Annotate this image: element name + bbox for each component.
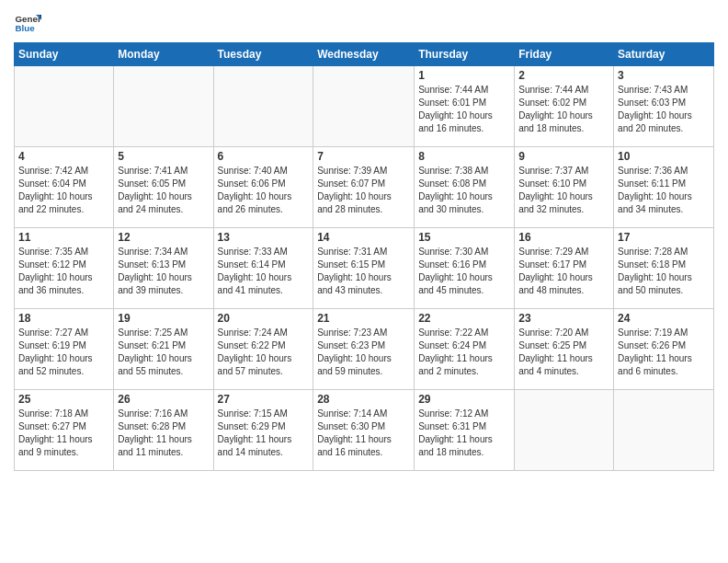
day-number: 3 bbox=[618, 69, 710, 82]
calendar-week-3: 11Sunrise: 7:35 AM Sunset: 6:12 PM Dayli… bbox=[15, 228, 714, 309]
day-info: Sunrise: 7:34 AM Sunset: 6:13 PM Dayligh… bbox=[118, 246, 209, 297]
day-number: 29 bbox=[418, 393, 510, 406]
calendar-cell: 29Sunrise: 7:12 AM Sunset: 6:31 PM Dayli… bbox=[415, 390, 515, 471]
calendar-cell: 3Sunrise: 7:43 AM Sunset: 6:03 PM Daylig… bbox=[614, 66, 714, 147]
weekday-header-saturday: Saturday bbox=[614, 43, 714, 66]
day-info: Sunrise: 7:16 AM Sunset: 6:28 PM Dayligh… bbox=[118, 408, 209, 459]
calendar-cell: 16Sunrise: 7:29 AM Sunset: 6:17 PM Dayli… bbox=[515, 228, 614, 309]
day-info: Sunrise: 7:28 AM Sunset: 6:18 PM Dayligh… bbox=[618, 246, 710, 297]
day-number: 22 bbox=[418, 312, 510, 325]
page-container: General Blue SundayMondayTuesdayWednesda… bbox=[0, 0, 728, 476]
day-info: Sunrise: 7:27 AM Sunset: 6:19 PM Dayligh… bbox=[18, 327, 109, 378]
day-info: Sunrise: 7:35 AM Sunset: 6:12 PM Dayligh… bbox=[18, 246, 109, 297]
calendar-cell: 10Sunrise: 7:36 AM Sunset: 6:11 PM Dayli… bbox=[614, 147, 714, 228]
calendar-cell: 11Sunrise: 7:35 AM Sunset: 6:12 PM Dayli… bbox=[15, 228, 114, 309]
day-info: Sunrise: 7:44 AM Sunset: 6:02 PM Dayligh… bbox=[518, 84, 609, 135]
day-number: 27 bbox=[218, 393, 310, 406]
weekday-header-wednesday: Wednesday bbox=[313, 43, 415, 66]
day-info: Sunrise: 7:23 AM Sunset: 6:23 PM Dayligh… bbox=[317, 327, 410, 378]
calendar-cell: 9Sunrise: 7:37 AM Sunset: 6:10 PM Daylig… bbox=[515, 147, 614, 228]
day-number: 18 bbox=[18, 312, 109, 325]
calendar-cell: 20Sunrise: 7:24 AM Sunset: 6:22 PM Dayli… bbox=[213, 309, 313, 390]
calendar-header-row: SundayMondayTuesdayWednesdayThursdayFrid… bbox=[15, 43, 714, 66]
day-number: 11 bbox=[18, 231, 109, 244]
weekday-header-sunday: Sunday bbox=[15, 43, 114, 66]
calendar-cell: 24Sunrise: 7:19 AM Sunset: 6:26 PM Dayli… bbox=[614, 309, 714, 390]
calendar-cell: 23Sunrise: 7:20 AM Sunset: 6:25 PM Dayli… bbox=[515, 309, 614, 390]
day-info: Sunrise: 7:38 AM Sunset: 6:08 PM Dayligh… bbox=[418, 165, 510, 216]
calendar-cell bbox=[114, 66, 213, 147]
day-number: 17 bbox=[618, 231, 710, 244]
calendar-cell: 25Sunrise: 7:18 AM Sunset: 6:27 PM Dayli… bbox=[15, 390, 114, 471]
calendar-cell: 21Sunrise: 7:23 AM Sunset: 6:23 PM Dayli… bbox=[313, 309, 415, 390]
day-number: 19 bbox=[118, 312, 209, 325]
day-number: 25 bbox=[18, 393, 109, 406]
day-info: Sunrise: 7:24 AM Sunset: 6:22 PM Dayligh… bbox=[218, 327, 310, 378]
day-info: Sunrise: 7:36 AM Sunset: 6:11 PM Dayligh… bbox=[618, 165, 710, 216]
logo: General Blue bbox=[14, 9, 45, 37]
day-info: Sunrise: 7:15 AM Sunset: 6:29 PM Dayligh… bbox=[218, 408, 310, 459]
calendar-cell: 18Sunrise: 7:27 AM Sunset: 6:19 PM Dayli… bbox=[15, 309, 114, 390]
day-number: 15 bbox=[418, 231, 510, 244]
day-number: 13 bbox=[218, 231, 310, 244]
logo-icon: General Blue bbox=[14, 9, 41, 37]
day-info: Sunrise: 7:42 AM Sunset: 6:04 PM Dayligh… bbox=[18, 165, 109, 216]
calendar-cell: 19Sunrise: 7:25 AM Sunset: 6:21 PM Dayli… bbox=[114, 309, 213, 390]
day-number: 12 bbox=[118, 231, 209, 244]
calendar-week-1: 1Sunrise: 7:44 AM Sunset: 6:01 PM Daylig… bbox=[15, 66, 714, 147]
day-number: 21 bbox=[317, 312, 410, 325]
day-number: 23 bbox=[518, 312, 609, 325]
day-info: Sunrise: 7:43 AM Sunset: 6:03 PM Dayligh… bbox=[618, 84, 710, 135]
day-number: 28 bbox=[317, 393, 410, 406]
calendar-cell bbox=[515, 390, 614, 471]
weekday-header-monday: Monday bbox=[114, 43, 213, 66]
weekday-header-thursday: Thursday bbox=[415, 43, 515, 66]
calendar-cell: 28Sunrise: 7:14 AM Sunset: 6:30 PM Dayli… bbox=[313, 390, 415, 471]
calendar-cell: 12Sunrise: 7:34 AM Sunset: 6:13 PM Dayli… bbox=[114, 228, 213, 309]
day-number: 4 bbox=[18, 150, 109, 163]
day-number: 24 bbox=[618, 312, 710, 325]
calendar-cell: 6Sunrise: 7:40 AM Sunset: 6:06 PM Daylig… bbox=[213, 147, 313, 228]
calendar-cell: 7Sunrise: 7:39 AM Sunset: 6:07 PM Daylig… bbox=[313, 147, 415, 228]
calendar-week-4: 18Sunrise: 7:27 AM Sunset: 6:19 PM Dayli… bbox=[15, 309, 714, 390]
day-info: Sunrise: 7:44 AM Sunset: 6:01 PM Dayligh… bbox=[418, 84, 510, 135]
day-number: 20 bbox=[218, 312, 310, 325]
calendar-cell: 4Sunrise: 7:42 AM Sunset: 6:04 PM Daylig… bbox=[15, 147, 114, 228]
day-info: Sunrise: 7:12 AM Sunset: 6:31 PM Dayligh… bbox=[418, 408, 510, 459]
calendar-cell: 1Sunrise: 7:44 AM Sunset: 6:01 PM Daylig… bbox=[415, 66, 515, 147]
calendar-cell: 8Sunrise: 7:38 AM Sunset: 6:08 PM Daylig… bbox=[415, 147, 515, 228]
day-info: Sunrise: 7:41 AM Sunset: 6:05 PM Dayligh… bbox=[118, 165, 209, 216]
day-number: 2 bbox=[518, 69, 609, 82]
day-number: 6 bbox=[218, 150, 310, 163]
day-info: Sunrise: 7:29 AM Sunset: 6:17 PM Dayligh… bbox=[518, 246, 609, 297]
weekday-header-tuesday: Tuesday bbox=[213, 43, 313, 66]
calendar-cell bbox=[213, 66, 313, 147]
calendar-cell: 26Sunrise: 7:16 AM Sunset: 6:28 PM Dayli… bbox=[114, 390, 213, 471]
calendar-cell: 2Sunrise: 7:44 AM Sunset: 6:02 PM Daylig… bbox=[515, 66, 614, 147]
calendar-week-5: 25Sunrise: 7:18 AM Sunset: 6:27 PM Dayli… bbox=[15, 390, 714, 471]
day-info: Sunrise: 7:19 AM Sunset: 6:26 PM Dayligh… bbox=[618, 327, 710, 378]
calendar-cell: 13Sunrise: 7:33 AM Sunset: 6:14 PM Dayli… bbox=[213, 228, 313, 309]
calendar-cell bbox=[614, 390, 714, 471]
weekday-header-friday: Friday bbox=[515, 43, 614, 66]
day-info: Sunrise: 7:30 AM Sunset: 6:16 PM Dayligh… bbox=[418, 246, 510, 297]
calendar-table: SundayMondayTuesdayWednesdayThursdayFrid… bbox=[14, 42, 714, 471]
day-info: Sunrise: 7:39 AM Sunset: 6:07 PM Dayligh… bbox=[317, 165, 410, 216]
calendar-cell bbox=[313, 66, 415, 147]
day-info: Sunrise: 7:40 AM Sunset: 6:06 PM Dayligh… bbox=[218, 165, 310, 216]
svg-text:Blue: Blue bbox=[16, 23, 36, 33]
calendar-cell: 5Sunrise: 7:41 AM Sunset: 6:05 PM Daylig… bbox=[114, 147, 213, 228]
day-number: 9 bbox=[518, 150, 609, 163]
calendar-week-2: 4Sunrise: 7:42 AM Sunset: 6:04 PM Daylig… bbox=[15, 147, 714, 228]
day-info: Sunrise: 7:37 AM Sunset: 6:10 PM Dayligh… bbox=[518, 165, 609, 216]
day-info: Sunrise: 7:14 AM Sunset: 6:30 PM Dayligh… bbox=[317, 408, 410, 459]
day-number: 14 bbox=[317, 231, 410, 244]
day-info: Sunrise: 7:25 AM Sunset: 6:21 PM Dayligh… bbox=[118, 327, 209, 378]
calendar-cell: 27Sunrise: 7:15 AM Sunset: 6:29 PM Dayli… bbox=[213, 390, 313, 471]
calendar-cell bbox=[15, 66, 114, 147]
calendar-cell: 14Sunrise: 7:31 AM Sunset: 6:15 PM Dayli… bbox=[313, 228, 415, 309]
day-info: Sunrise: 7:33 AM Sunset: 6:14 PM Dayligh… bbox=[218, 246, 310, 297]
calendar-cell: 15Sunrise: 7:30 AM Sunset: 6:16 PM Dayli… bbox=[415, 228, 515, 309]
calendar-cell: 22Sunrise: 7:22 AM Sunset: 6:24 PM Dayli… bbox=[415, 309, 515, 390]
calendar-cell: 17Sunrise: 7:28 AM Sunset: 6:18 PM Dayli… bbox=[614, 228, 714, 309]
